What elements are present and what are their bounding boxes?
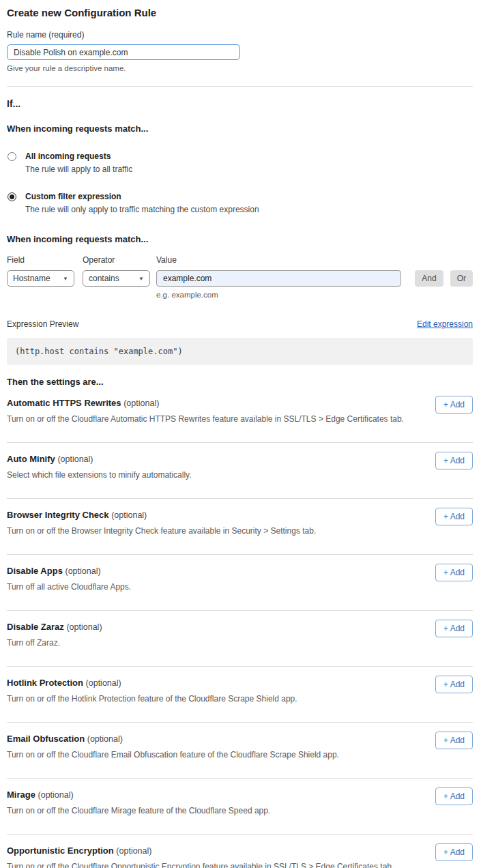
setting-title: Browser Integrity Check (7, 510, 111, 520)
setting-optional-label: (optional) (87, 734, 123, 744)
if-heading: If... (7, 98, 473, 109)
field-select-value: Hostname (13, 274, 50, 283)
chevron-down-icon: ▼ (63, 276, 68, 282)
value-input[interactable] (156, 270, 401, 287)
setting-optional-label: (optional) (123, 399, 159, 408)
expression-builder-heading: When incoming requests match... (7, 234, 473, 244)
radio-option-description: The rule will only apply to traffic matc… (25, 205, 259, 214)
rule-name-helper: Give your rule a descriptive name. (7, 64, 473, 72)
settings-list: Automatic HTTPS Rewrites (optional) Turn… (7, 387, 473, 868)
setting-description: Turn on or off the Cloudflare Automatic … (7, 414, 473, 424)
add-setting-button[interactable]: + Add (435, 732, 473, 749)
setting-optional-label: (optional) (111, 510, 147, 520)
value-helper: e.g. example.com (156, 291, 401, 299)
setting-title: Opportunistic Encryption (7, 845, 116, 856)
add-setting-button[interactable]: + Add (435, 787, 473, 805)
setting-row: Email Obfuscation (optional) Turn on or … (7, 723, 473, 779)
operator-label: Operator (83, 255, 156, 265)
setting-row: Hotlink Protection (optional) Turn on or… (7, 667, 473, 723)
setting-title: Email Obfuscation (7, 734, 87, 744)
section-divider (7, 86, 473, 87)
setting-description: Turn off Zaraz. (7, 638, 473, 648)
expression-preview-code: (http.host contains "example.com") (7, 338, 473, 365)
field-select[interactable]: Hostname ▼ (7, 270, 74, 287)
setting-optional-label: (optional) (38, 790, 74, 800)
radio-button-icon[interactable] (8, 152, 16, 161)
setting-row: Auto Minify (optional) Select which file… (7, 443, 473, 499)
radio-option-label: Custom filter expression (25, 192, 259, 201)
or-button[interactable]: Or (450, 270, 473, 287)
operator-select[interactable]: contains ▼ (83, 270, 150, 287)
page-title: Create new Configuration Rule (7, 7, 473, 18)
setting-description: Select which file extensions to minify a… (7, 470, 473, 480)
setting-title: Auto Minify (7, 454, 57, 464)
add-setting-button[interactable]: + Add (435, 452, 473, 469)
setting-row: Automatic HTTPS Rewrites (optional) Turn… (7, 387, 473, 443)
radio-option-label: All incoming requests (25, 151, 132, 161)
field-label: Field (7, 255, 83, 265)
setting-title: Hotlink Protection (7, 678, 86, 688)
setting-title: Disable Apps (7, 566, 65, 576)
radio-option-description: The rule will apply to all traffic (25, 164, 132, 174)
rule-name-field: Rule name (required) Give your rule a de… (7, 30, 473, 72)
operator-select-value: contains (89, 274, 119, 283)
then-settings-heading: Then the settings are... (7, 377, 473, 387)
incoming-requests-match-heading: When incoming requests match... (7, 124, 473, 134)
setting-optional-label: (optional) (116, 846, 151, 856)
rule-name-input[interactable] (7, 44, 240, 60)
edit-expression-link[interactable]: Edit expression (417, 319, 473, 329)
setting-row: Opportunistic Encryption (optional) Turn… (7, 835, 473, 868)
add-setting-button[interactable]: + Add (435, 508, 473, 525)
setting-title: Mirage (7, 790, 38, 800)
add-setting-button[interactable]: + Add (435, 564, 473, 581)
add-setting-button[interactable]: + Add (435, 843, 473, 861)
radio-option-custom-filter-expression[interactable]: Custom filter expression The rule will o… (7, 192, 473, 214)
rule-name-label: Rule name (required) (7, 30, 473, 40)
radio-option-all-incoming-requests[interactable]: All incoming requests The rule will appl… (7, 151, 473, 174)
setting-title: Automatic HTTPS Rewrites (7, 398, 123, 408)
setting-description: Turn on or off the Cloudflare Mirage fea… (7, 806, 473, 815)
setting-row: Mirage (optional) Turn on or off the Clo… (7, 779, 473, 835)
setting-optional-label: (optional) (86, 678, 121, 688)
radio-button-icon[interactable] (8, 192, 16, 201)
setting-description: Turn on or off the Cloudflare Email Obfu… (7, 750, 473, 760)
setting-title: Disable Zaraz (7, 622, 66, 632)
and-button[interactable]: And (415, 270, 443, 287)
setting-row: Browser Integrity Check (optional) Turn … (7, 499, 473, 555)
add-setting-button[interactable]: + Add (435, 676, 473, 693)
expression-preview-label: Expression Preview (7, 319, 78, 329)
setting-optional-label: (optional) (66, 622, 102, 632)
expression-builder-row: Field Hostname ▼ Operator contains ▼ Val… (7, 255, 473, 299)
chevron-down-icon: ▼ (139, 276, 144, 282)
setting-optional-label: (optional) (57, 454, 93, 464)
add-setting-button[interactable]: + Add (435, 620, 473, 637)
create-configuration-rule-form: Create new Configuration Rule Rule name … (0, 0, 481, 868)
setting-description: Turn on or off the Browser Integrity Che… (7, 526, 473, 536)
setting-description: Turn on or off the Cloudflare Opportunis… (7, 862, 473, 868)
setting-description: Turn off all active Cloudflare Apps. (7, 582, 473, 592)
add-setting-button[interactable]: + Add (435, 396, 473, 414)
setting-row: Disable Apps (optional) Turn off all act… (7, 555, 473, 611)
setting-optional-label: (optional) (65, 566, 100, 576)
value-label: Value (156, 255, 401, 265)
setting-description: Turn on or off the Hotlink Protection fe… (7, 694, 473, 704)
setting-row: Disable Zaraz (optional) Turn off Zaraz.… (7, 611, 473, 667)
